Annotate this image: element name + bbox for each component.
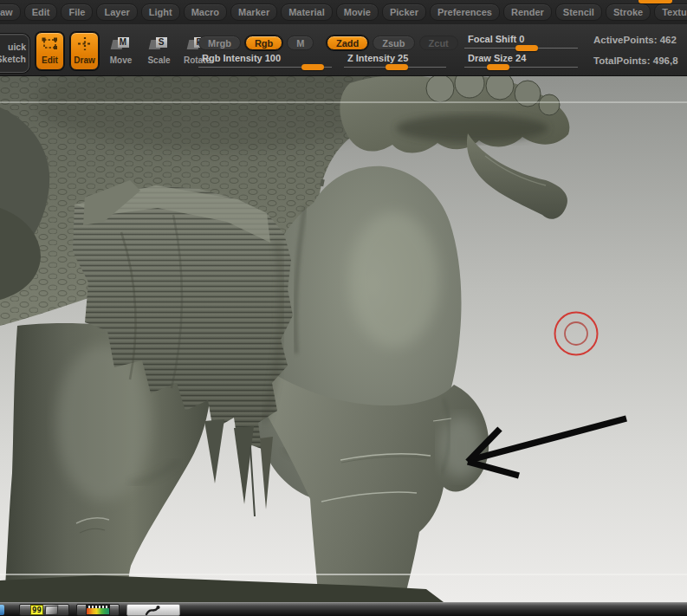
menu-item-light[interactable]: Light — [141, 3, 180, 21]
marquee-select-icon — [42, 37, 59, 50]
menu-item-render[interactable]: Render — [503, 3, 552, 21]
menu-item-material[interactable]: Material — [281, 3, 333, 21]
z-intensity-slider[interactable]: Z Intensity 25 — [344, 53, 446, 68]
slider-handle[interactable] — [386, 64, 408, 70]
paint-mode-rgb-button[interactable]: Rgb — [245, 36, 282, 50]
move-mode-button[interactable]: MMove — [105, 32, 137, 70]
scale-mode-button[interactable]: SScale — [143, 32, 175, 70]
menu-item-stroke[interactable]: Stroke — [606, 3, 651, 21]
canvas-guide-line-bottom — [0, 574, 687, 574]
monitor-icon — [45, 605, 59, 615]
viewport-canvas[interactable] — [0, 76, 687, 602]
menu-item-picker[interactable]: Picker — [382, 3, 426, 21]
edit-mode-button[interactable]: Edit — [36, 32, 64, 70]
zbrush-window: awEditFileLayerLightMacroMarkerMaterialM… — [0, 0, 687, 616]
quicksketch-button[interactable]: uick Sketch — [0, 34, 29, 73]
menu-item-file[interactable]: File — [61, 3, 93, 21]
paint-mode-m-button[interactable]: M — [287, 36, 314, 50]
letter-badge-icon: M — [113, 37, 129, 50]
active-points-stat: ActivePoints: 462 — [593, 35, 677, 45]
sculpt-mode-zadd-button[interactable]: Zadd — [327, 36, 368, 50]
taskbar-partial-app-icon[interactable] — [0, 605, 4, 615]
focal-shift-slider[interactable]: Focal Shift 0 — [464, 34, 578, 49]
draw-mode-button[interactable]: Draw — [70, 32, 99, 70]
menu-item-edit[interactable]: Edit — [24, 3, 58, 21]
menu-item-preferences[interactable]: Preferences — [430, 3, 500, 21]
paint-mode-mrgb-button[interactable]: Mrgb — [198, 36, 241, 50]
slider-handle[interactable] — [487, 64, 509, 70]
menu-item-layer[interactable]: Layer — [96, 3, 137, 21]
taskbar-button-monitor[interactable]: 99 — [19, 604, 69, 616]
sculpt-mode-zsub-button[interactable]: Zsub — [373, 36, 414, 50]
draw-size-slider[interactable]: Draw Size 24 — [464, 53, 578, 68]
crosshair-icon — [76, 37, 94, 50]
badge-99: 99 — [30, 605, 43, 615]
menu-item-movie[interactable]: Movie — [336, 3, 379, 21]
edit-mode-group: EditDrawMMoveSScaleRRotate — [36, 32, 213, 70]
slider-handle[interactable] — [515, 45, 538, 51]
os-taskbar: 99 — [0, 602, 687, 616]
menu-item-aw[interactable]: aw — [0, 3, 21, 21]
taskbar-button-zbrush-swoosh[interactable] — [126, 604, 180, 616]
menu-bar: awEditFileLayerLightMacroMarkerMaterialM… — [0, 0, 687, 24]
taskbar-button-filmstrip[interactable] — [76, 604, 120, 616]
quicksketch-label-line1: uick — [8, 42, 26, 54]
filmstrip-icon — [86, 605, 110, 615]
paint-mode-group: MrgbRgbM — [198, 36, 314, 50]
letter-badge-icon: S — [152, 37, 167, 50]
orange-partial-button[interactable] — [638, 0, 672, 3]
sculpt-mode-zcut-button[interactable]: Zcut — [419, 36, 458, 50]
menu-item-texture[interactable]: Texture — [654, 3, 687, 21]
top-toolbar: uick Sketch EditDrawMMoveSScaleRRotate M… — [0, 24, 687, 76]
quicksketch-label-line2: Sketch — [0, 54, 26, 66]
menu-item-stencil[interactable]: Stencil — [555, 3, 602, 21]
zbrush-swoosh-icon — [145, 605, 162, 616]
canvas-guide-line-top — [0, 101, 687, 102]
rgb-intensity-slider[interactable]: Rgb Intensity 100 — [198, 53, 332, 68]
menu-item-marker[interactable]: Marker — [230, 3, 277, 21]
total-points-stat: TotalPoints: 496,8 — [593, 55, 678, 66]
sculpt-mode-group: ZaddZsubZcut — [327, 36, 458, 50]
slider-handle[interactable] — [301, 64, 324, 70]
menu-item-macro[interactable]: Macro — [184, 3, 227, 21]
